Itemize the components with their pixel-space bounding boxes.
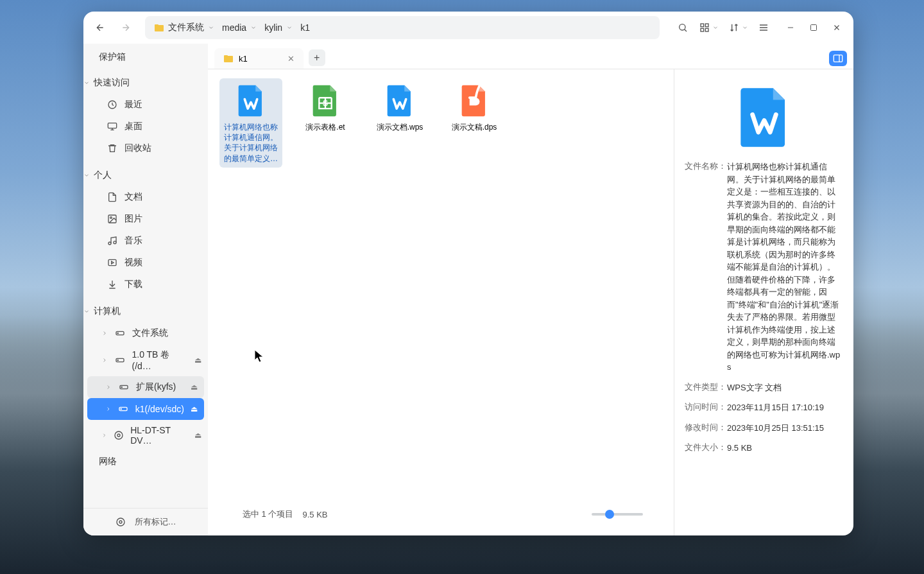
dps-icon	[456, 82, 493, 119]
details-access-value: 2023年11月15日 17:10:19	[727, 401, 824, 414]
svg-point-22	[121, 408, 121, 409]
eject-icon[interactable]: ⏏	[191, 383, 198, 392]
sidebar-item-downloads[interactable]: 下载	[83, 274, 208, 295]
view-mode-button[interactable]	[699, 22, 719, 33]
monitor-icon	[107, 121, 118, 132]
details-icon	[729, 82, 800, 153]
details-type-label: 文件类型：	[685, 381, 722, 394]
forward-button[interactable]	[119, 21, 132, 34]
file-item[interactable]: 计算机网络也称计算机通信网。关于计算机网络的最简单定义…	[219, 78, 282, 168]
doc-icon	[107, 191, 118, 203]
sidebar-item-optical[interactable]: HL-DT-ST DV… ⏏	[83, 420, 208, 451]
svg-rect-6	[705, 28, 708, 31]
hamburger-menu-button[interactable]	[758, 22, 769, 33]
sidebar-tags-button[interactable]: 所有标记…	[83, 508, 208, 535]
breadcrumb-label: 文件系统	[168, 22, 204, 33]
svg-point-2	[680, 24, 685, 30]
sidebar-item-desktop[interactable]: 桌面	[83, 116, 208, 137]
sidebar-item-label: k1(/dev/sdc)	[135, 404, 184, 414]
video-icon	[107, 257, 118, 268]
close-button[interactable]	[830, 21, 843, 34]
file-item[interactable]: 演示文档.wps	[368, 78, 431, 136]
chevron-right-icon	[101, 330, 108, 336]
slider-thumb[interactable]	[605, 510, 614, 519]
details-panel-toggle[interactable]	[829, 51, 847, 66]
new-tab-button[interactable]: +	[309, 49, 325, 66]
sidebar-item-pictures[interactable]: 图片	[83, 208, 208, 230]
breadcrumb-item-root[interactable]: 文件系统	[151, 21, 217, 35]
tab-bar: k1 ✕ +	[208, 44, 853, 69]
file-item[interactable]: 演示文稿.dps	[443, 78, 506, 136]
folder-icon	[154, 22, 164, 33]
sidebar-header-quick[interactable]: 快速访问	[83, 72, 208, 94]
chevron-right-icon	[105, 406, 112, 412]
breadcrumb-label: kylin	[264, 22, 282, 33]
optical-icon	[114, 430, 124, 441]
chevron-down-icon	[208, 24, 214, 31]
zoom-slider[interactable]	[592, 513, 643, 516]
chevron-down-icon	[83, 172, 90, 178]
breadcrumb-item[interactable]: kylin	[262, 21, 295, 34]
files-pane[interactable]: 计算机网络也称计算机通信网。关于计算机网络的最简单定义… S	[208, 69, 674, 535]
search-button[interactable]	[671, 16, 694, 39]
svg-point-24	[117, 434, 120, 437]
minimize-button[interactable]	[784, 21, 797, 34]
svg-rect-14	[108, 259, 116, 265]
maximize-button[interactable]	[807, 21, 820, 34]
et-icon: S	[307, 82, 344, 119]
eject-icon[interactable]: ⏏	[191, 404, 198, 413]
wps-doc-icon	[729, 82, 800, 153]
eject-icon[interactable]: ⏏	[194, 431, 201, 440]
sidebar-item-recent[interactable]: 最近	[83, 94, 208, 116]
svg-rect-4	[705, 24, 708, 27]
chevron-down-icon	[712, 24, 719, 31]
svg-rect-29	[834, 55, 842, 62]
sidebar-item-label: 1.0 TB 卷(/d…	[132, 349, 188, 371]
details-access-label: 访问时间：	[685, 401, 722, 414]
chevron-down-icon	[83, 80, 90, 86]
svg-rect-28	[224, 55, 228, 58]
details-size-value: 9.5 KB	[727, 442, 752, 455]
sidebar-header-computer[interactable]: 计算机	[83, 300, 208, 322]
chevron-down-icon	[742, 24, 748, 31]
sidebar-item-videos[interactable]: 视频	[83, 252, 208, 274]
details-size-label: 文件大小：	[685, 442, 722, 455]
sidebar-header-label: 个人	[94, 170, 112, 181]
file-item[interactable]: S 演示表格.et	[294, 78, 357, 136]
back-button[interactable]	[94, 21, 107, 34]
sidebar-item-documents[interactable]: 文档	[83, 186, 208, 208]
breadcrumb-item[interactable]: k1	[298, 21, 312, 34]
sidebar-item-volume[interactable]: 1.0 TB 卷(/d… ⏏	[83, 344, 208, 376]
details-name-value: 计算机网络也称计算机通信网。关于计算机网络的最简单定义是：一些相互连接的、以共享…	[727, 161, 843, 374]
breadcrumb[interactable]: 文件系统 media kylin k1	[145, 16, 660, 39]
trash-icon	[107, 143, 118, 154]
sidebar-item-ext[interactable]: 扩展(kyfs) ⏏	[87, 376, 204, 398]
details-name-label: 文件名称：	[685, 161, 722, 374]
sidebar: 保护箱 快速访问 最近 桌面 回收站	[83, 44, 208, 535]
sidebar-item-k1[interactable]: k1(/dev/sdc) ⏏	[87, 398, 204, 420]
main-area: k1 ✕ +	[208, 44, 853, 535]
breadcrumb-item[interactable]: media	[219, 21, 259, 34]
wps-doc-icon	[232, 82, 270, 119]
tab-label: k1	[239, 54, 248, 64]
slider-track[interactable]	[592, 513, 643, 516]
eject-icon[interactable]: ⏏	[194, 356, 201, 365]
status-size: 9.5 KB	[302, 510, 327, 519]
file-label: 计算机网络也称计算机通信网。关于计算机网络的最简单定义…	[221, 122, 281, 164]
details-mod-label: 修改时间：	[685, 422, 722, 435]
sort-button[interactable]	[729, 22, 748, 33]
tab-close-button[interactable]: ✕	[287, 54, 295, 64]
sidebar-item-filesystem[interactable]: 文件系统	[83, 322, 208, 344]
breadcrumb-label: media	[222, 22, 246, 33]
sort-icon	[729, 22, 739, 33]
chevron-down-icon	[83, 308, 90, 315]
sidebar-item-label: 扩展(kyfs)	[136, 381, 176, 393]
sidebar-header-personal[interactable]: 个人	[83, 164, 208, 186]
sidebar-protect-box[interactable]: 保护箱	[83, 44, 208, 69]
tab-k1[interactable]: k1 ✕	[214, 48, 304, 69]
file-label: 演示文稿.dps	[452, 122, 497, 132]
svg-point-25	[117, 518, 124, 526]
sidebar-item-music[interactable]: 音乐	[83, 230, 208, 252]
sidebar-item-trash[interactable]: 回收站	[83, 137, 208, 159]
sidebar-item-network[interactable]: 网络	[83, 451, 208, 473]
